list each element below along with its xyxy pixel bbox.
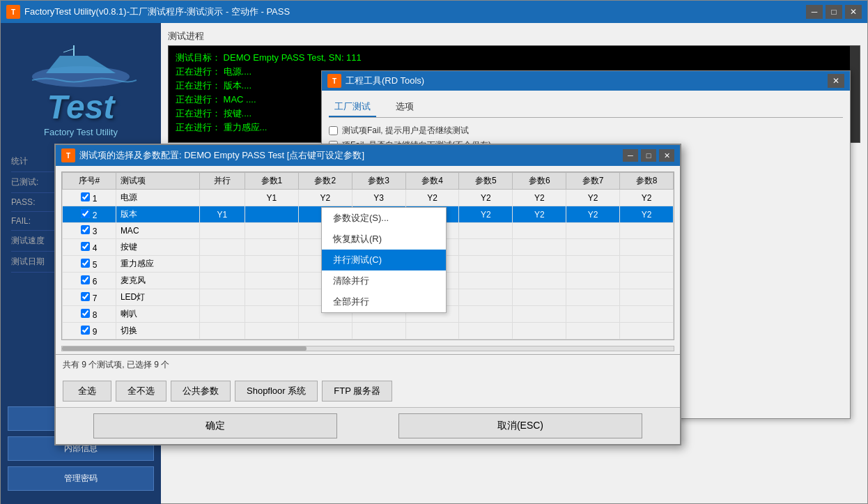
confirm-button[interactable]: 确定 [93,413,337,438]
table-row[interactable]: 1 电源 Y1 Y2 Y3 Y2 Y2 Y2 Y2 Y2 [63,190,674,206]
row-checkbox-9[interactable] [81,326,90,335]
config-dialog-icon: T [61,148,75,162]
minimize-button[interactable]: ─ [806,5,823,19]
cell-name-9: 切换 [116,323,199,339]
deselect-all-button[interactable]: 全不选 [116,381,166,402]
select-all-button[interactable]: 全选 [63,381,111,402]
titlebar-left: T FactoryTest Utility(v0.8.1)-工厂测试程序-测试演… [6,5,290,19]
status-text: 共有 9 个测试项, 已选择 9 个 [63,360,169,369]
common-params-button[interactable]: 公共参数 [171,381,231,402]
cell-name-2: 版本 [116,206,199,223]
rd-tab-factory[interactable]: 工厂测试 [329,98,376,117]
cell-name-6: 麦克风 [116,273,199,289]
rd-tab-options[interactable]: 选项 [390,98,419,117]
row-checkbox-3[interactable] [81,225,90,234]
col-header-p3: 参数3 [352,173,405,190]
confirm-cancel-bar: 确定 取消(ESC) [56,407,680,444]
col-header-id: 序号# [63,173,116,190]
progress-line-1: 测试目标： DEMO Empty PASS Test, SN: 111 [176,52,853,64]
main-window: T FactoryTest Utility(v0.8.1)-工厂测试程序-测试演… [0,0,868,504]
app-icon: T [6,5,20,19]
option-label-1: 测试项Fail, 提示用户是否继续测试 [342,125,469,137]
stat-label-speed: 测试速度 [11,235,45,247]
close-button[interactable]: ✕ [845,5,862,19]
option-checkbox-1[interactable] [329,126,338,135]
cell-p6-1: Y2 [513,190,566,206]
maximize-button[interactable]: □ [826,5,842,19]
context-item-parallel[interactable]: 并行测试(C) [322,250,446,270]
context-item-restore[interactable]: 恢复默认(R) [322,229,446,250]
context-item-all-parallel[interactable]: 全部并行 [322,291,446,312]
col-header-parallel: 并行 [199,173,245,190]
cell-name-3: MAC [116,223,199,239]
rd-tools-titlebar: T 工程工具(RD Tools) ✕ [322,71,850,91]
col-header-p5: 参数5 [459,173,513,190]
row-checkbox-4[interactable] [81,242,90,251]
cell-p5-2: Y2 [459,206,513,223]
stat-label-tested: 已测试: [11,176,38,188]
rd-tools-title: 工程工具(RD Tools) [346,75,424,87]
col-header-name: 测试项 [116,173,199,190]
manage-password-button[interactable]: 管理密码 [8,466,154,491]
row-checkbox-8[interactable] [81,309,90,318]
ftp-server-button[interactable]: FTP 服务器 [322,381,392,402]
cell-name-1: 电源 [116,190,199,206]
row-checkbox-7[interactable] [81,292,90,301]
cancel-button[interactable]: 取消(ESC) [398,413,642,438]
cell-p3-1: Y3 [352,190,405,206]
cell-p2-1: Y2 [298,190,352,206]
logo-text: Test [47,91,115,124]
row-checkbox-6[interactable] [81,275,90,284]
bottom-left-buttons: 全选 全不选 公共参数 Shopfloor 系统 FTP 服务器 [63,381,392,402]
cell-parallel-2: Y1 [199,206,245,223]
cell-p1-2 [245,206,298,223]
main-titlebar: T FactoryTest Utility(v0.8.1)-工厂测试程序-测试演… [1,1,867,23]
row-checkbox-2[interactable] [81,209,90,218]
logo-ship-icon [25,42,137,91]
progress-scrollbar[interactable] [850,46,860,142]
stat-label-total: 统计 [11,155,28,167]
cell-id-9: 9 [63,323,116,339]
col-header-p1: 参数1 [245,173,298,190]
cell-name-4: 按键 [116,239,199,256]
config-minimize-button[interactable]: ─ [623,149,638,162]
cell-name-7: LED灯 [116,289,199,306]
config-titlebar-controls: ─ □ ✕ [623,149,674,162]
cell-p8-1: Y2 [620,190,674,206]
col-header-p2: 参数2 [298,173,352,190]
test-progress-label: 测试进程 [168,30,860,43]
config-maximize-button[interactable]: □ [641,149,656,162]
titlebar-controls: ─ □ ✕ [806,5,862,19]
rd-titlebar-controls: ✕ [828,74,844,88]
dialog-status-bar: 共有 9 个测试项, 已选择 9 个 [56,354,680,375]
cell-id: 1 [63,190,116,206]
cell-parallel-3 [199,223,245,239]
context-menu: 参数设定(S)... 恢复默认(R) 并行测试(C) 清除并行 全部并行 [321,207,447,313]
rd-titlebar-left: T 工程工具(RD Tools) [327,74,424,88]
col-header-p7: 参数7 [566,173,620,190]
config-dialog-title: 测试项的选择及参数配置: DEMO Empty PASS Test [点右键可设… [79,149,364,162]
cell-p6-2: Y2 [513,206,566,223]
cell-id-7: 7 [63,289,116,306]
shopfloor-button[interactable]: Shopfloor 系统 [235,381,318,402]
col-header-p8: 参数8 [620,173,674,190]
main-window-title: FactoryTest Utility(v0.8.1)-工厂测试程序-测试演示 … [24,6,290,18]
cell-id-3: 3 [63,223,116,239]
context-item-clear-parallel[interactable]: 清除并行 [322,270,446,291]
cell-p7-2: Y2 [566,206,620,223]
config-close-button[interactable]: ✕ [659,149,674,162]
col-header-p4: 参数4 [405,173,459,190]
context-item-params[interactable]: 参数设定(S)... [322,208,446,229]
option-row-1: 测试项Fail, 提示用户是否继续测试 [329,125,843,137]
cell-id-2: 2 [63,206,116,223]
row-checkbox-5[interactable] [81,259,90,268]
horizontal-scrollbar[interactable] [61,346,674,351]
config-titlebar-left: T 测试项的选择及参数配置: DEMO Empty PASS Test [点右键… [61,148,364,162]
cell-id-6: 6 [63,273,116,289]
cell-id-5: 5 [63,256,116,273]
rd-close-button[interactable]: ✕ [828,74,844,88]
col-header-p6: 参数6 [513,173,566,190]
row-checkbox-1[interactable] [81,192,90,201]
stat-label-pass: PASS: [11,197,35,207]
table-row[interactable]: 9 切换 [63,323,674,339]
